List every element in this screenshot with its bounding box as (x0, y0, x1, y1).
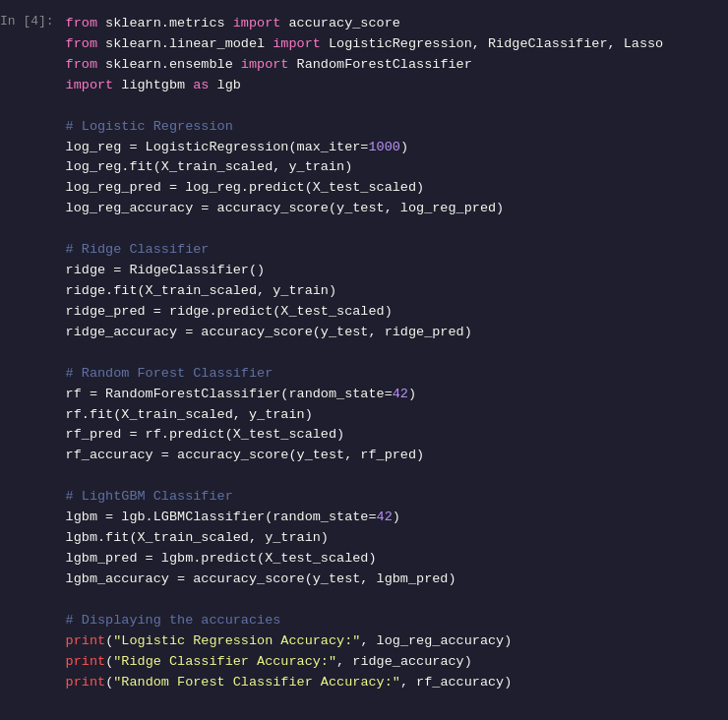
code-token: log_reg_pred = log_reg.predict(X_test_sc… (66, 180, 425, 195)
code-line: from sklearn.ensemble import RandomFores… (66, 55, 720, 76)
code-token: accuracy_score (280, 16, 400, 30)
code-token: "Random Forest Classifier Accuracy:" (113, 675, 400, 690)
code-token: log_reg_accuracy = accuracy_score(y_test… (66, 201, 505, 215)
code-line: ridge = RidgeClassifier() (66, 261, 720, 281)
code-token: ) (408, 387, 416, 401)
code-line (66, 343, 720, 364)
code-line: from sklearn.metrics import accuracy_sco… (66, 14, 720, 34)
code-line (66, 96, 720, 117)
code-token: rf_pred = rf.predict(X_test_scaled) (66, 427, 345, 442)
cell-label: In [4]: (0, 10, 62, 696)
code-line (66, 590, 720, 611)
code-token: # Logistic Regression (66, 119, 233, 134)
code-token: # LightGBM Classifier (66, 489, 233, 504)
code-token: 42 (393, 387, 408, 401)
code-line: lgbm_accuracy = accuracy_score(y_test, l… (66, 570, 720, 590)
code-token: print (66, 633, 106, 648)
code-token: ridge = RidgeClassifier() (66, 263, 266, 277)
code-line: # LightGBM Classifier (66, 487, 720, 508)
code-token: lgbm.fit(X_train_scaled, y_train) (66, 530, 329, 545)
code-token: lgbm_accuracy = accuracy_score(y_test, l… (66, 571, 456, 586)
code-token: , ridge_accuracy) (336, 654, 472, 669)
code-token: from (66, 57, 97, 72)
code-line: # Logistic Regression (66, 117, 720, 138)
code-line: ridge_pred = ridge.predict(X_test_scaled… (66, 302, 720, 323)
code-token: lightgbm (113, 78, 193, 92)
code-token: ridge.fit(X_train_scaled, y_train) (66, 283, 336, 298)
code-token: , rf_accuracy) (400, 675, 512, 690)
code-line: print("Ridge Classifier Accuracy:", ridg… (66, 652, 720, 673)
code-line: lgbm.fit(X_train_scaled, y_train) (66, 528, 720, 549)
code-token: sklearn.metrics (97, 16, 233, 30)
code-line: lgbm = lgb.LGBMClassifier(random_state=4… (66, 508, 720, 528)
code-token: import (233, 16, 281, 30)
code-line: from sklearn.linear_model import Logisti… (66, 34, 720, 55)
code-line (66, 219, 720, 240)
code-line: import lightgbm as lgb (66, 76, 720, 96)
code-line: log_reg = LogisticRegression(max_iter=10… (66, 138, 720, 158)
code-token: print (66, 654, 106, 669)
code-token: from (66, 36, 97, 51)
code-line: lgbm_pred = lgbm.predict(X_test_scaled) (66, 549, 720, 570)
code-line: print("Random Forest Classifier Accuracy… (66, 673, 720, 693)
code-token: as (193, 78, 209, 92)
code-line: rf = RandomForestClassifier(random_state… (66, 385, 720, 405)
code-token: ridge_pred = ridge.predict(X_test_scaled… (66, 304, 393, 319)
code-token: log_reg.fit(X_train_scaled, y_train) (66, 159, 353, 174)
code-token: , log_reg_accuracy) (360, 633, 512, 648)
code-line: ridge.fit(X_train_scaled, y_train) (66, 281, 720, 302)
code-token: lgb (209, 78, 240, 92)
code-token: import (241, 57, 289, 72)
code-token: RandomForestClassifier (288, 57, 471, 72)
code-token: print (66, 675, 106, 690)
code-line: # Displaying the accuracies (66, 611, 720, 631)
notebook-cell: In [4]: from sklearn.metrics import accu… (0, 0, 728, 706)
code-token: 1000 (368, 140, 399, 154)
code-line: rf.fit(X_train_scaled, y_train) (66, 405, 720, 426)
code-token: log_reg = LogisticRegression(max_iter= (66, 140, 369, 154)
code-line: # Ridge Classifier (66, 240, 720, 261)
code-line: log_reg_accuracy = accuracy_score(y_test… (66, 199, 720, 219)
code-token: sklearn.ensemble (97, 57, 241, 72)
code-token: 42 (377, 510, 393, 524)
code-block[interactable]: from sklearn.metrics import accuracy_sco… (62, 10, 728, 696)
code-token: # Random Forest Classifier (66, 366, 273, 381)
code-line: # Random Forest Classifier (66, 364, 720, 385)
code-token: import (273, 36, 321, 51)
code-token: rf_accuracy = accuracy_score(y_test, rf_… (66, 448, 425, 462)
code-token: rf.fit(X_train_scaled, y_train) (66, 407, 313, 422)
code-token: "Logistic Regression Accuracy:" (113, 633, 360, 648)
code-token: # Displaying the accuracies (66, 613, 281, 628)
code-token: LogisticRegression, RidgeClassifier, Las… (321, 36, 663, 51)
code-line: rf_pred = rf.predict(X_test_scaled) (66, 425, 720, 446)
code-line: rf_accuracy = accuracy_score(y_test, rf_… (66, 446, 720, 466)
code-token: ridge_accuracy = accuracy_score(y_test, … (66, 325, 472, 339)
code-token: sklearn.linear_model (97, 36, 273, 51)
code-token: ) (400, 140, 408, 154)
code-token: # Ridge Classifier (66, 242, 210, 257)
code-line (66, 466, 720, 487)
code-token: ) (393, 510, 400, 524)
code-token: "Ridge Classifier Accuracy:" (113, 654, 336, 669)
code-line: log_reg_pred = log_reg.predict(X_test_sc… (66, 178, 720, 199)
code-token: rf = RandomForestClassifier(random_state… (66, 387, 393, 401)
code-token: from (66, 16, 97, 30)
code-token: lgbm = lgb.LGBMClassifier(random_state= (66, 510, 377, 524)
code-token: import (66, 78, 114, 92)
code-line: print("Logistic Regression Accuracy:", l… (66, 631, 720, 652)
code-line: log_reg.fit(X_train_scaled, y_train) (66, 157, 720, 178)
code-token: lgbm_pred = lgbm.predict(X_test_scaled) (66, 551, 377, 566)
code-line: ridge_accuracy = accuracy_score(y_test, … (66, 323, 720, 343)
